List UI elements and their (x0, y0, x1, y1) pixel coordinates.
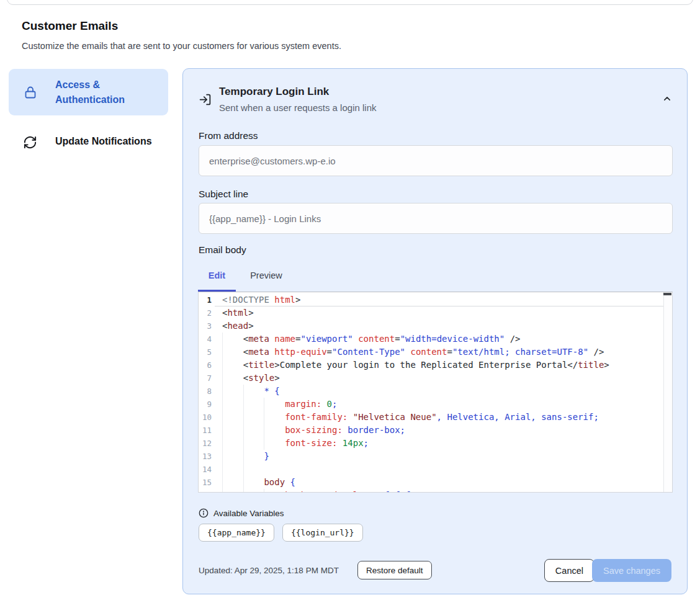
chevron-up-icon (661, 92, 673, 105)
line-number: 2 (199, 306, 215, 320)
code-line[interactable]: 15 body { (199, 476, 663, 489)
line-number: 1 (199, 293, 215, 306)
code-line[interactable]: 6 <title>Complete your login to the Repl… (199, 359, 663, 372)
updated-timestamp: Updated: Apr 29, 2025, 1:18 PM MDT (199, 559, 339, 581)
tab-edit[interactable]: Edit (198, 270, 236, 280)
available-variables: Available Variables (199, 508, 284, 518)
code-line-text: font-size: 14px; (215, 437, 663, 450)
panel-title: Temporary Login Link (219, 86, 329, 98)
line-number: 3 (199, 320, 215, 333)
sidebar-item-label: Access & Authentication (55, 78, 161, 107)
code-line[interactable]: 14 (199, 463, 663, 476)
editor-scrollbar-track[interactable] (663, 292, 672, 492)
subject-line-label: Subject line (199, 189, 248, 200)
code-line-text: <!DOCTYPE html> (215, 293, 663, 306)
code-line-text: <meta http-equiv="Content-Type" content=… (215, 346, 663, 359)
code-line[interactable]: 13 } (199, 450, 663, 463)
from-address-label: From address (199, 130, 258, 141)
customer-emails-page: Customer Emails Customize the emails tha… (0, 0, 700, 608)
line-number: 8 (199, 385, 215, 398)
temporary-login-link-panel: Temporary Login Link Sent when a user re… (182, 68, 688, 594)
code-line[interactable]: 10 font-family: "Helvetica Neue", Helvet… (199, 411, 663, 424)
from-address-input[interactable] (199, 145, 673, 176)
variable-chip-login-url[interactable]: {{login_url}} (282, 524, 363, 542)
line-number: 4 (199, 333, 215, 346)
line-number: 7 (199, 372, 215, 385)
code-line-text: margin: 0; (215, 398, 663, 411)
code-line-text: box-sizing: border-box; (215, 424, 663, 437)
email-body-code-editor[interactable]: 1<!DOCTYPE html>2<html>3<head>4 <meta na… (198, 292, 673, 493)
variable-chips: {{app_name}} {{login_url}} (199, 524, 363, 542)
code-line[interactable]: 5 <meta http-equiv="Content-Type" conten… (199, 346, 663, 359)
code-line[interactable]: 11 box-sizing: border-box; (199, 424, 663, 437)
editor-scrollbar-thumb[interactable] (663, 293, 671, 295)
code-line-text: <meta name="viewport" content="width=dev… (215, 333, 663, 346)
code-lines: 1<!DOCTYPE html>2<html>3<head>4 <meta na… (199, 292, 663, 493)
sidebar-item-access-authentication[interactable]: Access & Authentication (9, 69, 168, 115)
refresh-icon (23, 135, 37, 150)
collapse-panel-button[interactable] (661, 92, 673, 105)
line-number: 10 (199, 411, 215, 424)
info-icon (199, 508, 209, 518)
line-number: 11 (199, 424, 215, 437)
line-number: 6 (199, 359, 215, 372)
page-title: Customer Emails (22, 19, 118, 33)
sidebar-item-label: Update Notifications (55, 136, 152, 147)
line-number: 12 (199, 437, 215, 450)
code-line[interactable]: 3<head> (199, 320, 663, 333)
line-number: 13 (199, 450, 215, 463)
code-line[interactable]: 7 <style> (199, 372, 663, 385)
code-line-text: <html> (215, 306, 663, 320)
code-line-text: font-family: "Helvetica Neue", Helvetica… (215, 411, 663, 424)
log-in-icon (199, 93, 212, 106)
line-number: 9 (199, 398, 215, 411)
save-changes-button[interactable]: Save changes (592, 559, 671, 582)
code-line-text: <head> (215, 320, 663, 333)
code-line[interactable]: 12 font-size: 14px; (199, 437, 663, 450)
available-variables-label: Available Variables (213, 509, 284, 518)
code-line-text: body { (215, 476, 663, 489)
subject-line-input[interactable] (199, 203, 673, 234)
code-line[interactable]: 2<html> (199, 306, 663, 320)
code-line-text (215, 463, 663, 476)
code-line[interactable]: 1<!DOCTYPE html> (199, 293, 663, 306)
email-body-label: Email body (199, 244, 246, 256)
code-line[interactable]: 8 * { (199, 385, 663, 398)
line-number: 16 (199, 489, 215, 493)
line-number: 15 (199, 476, 215, 489)
panel-subtitle: Sent when a user requests a login link (219, 102, 376, 113)
variable-chip-app-name[interactable]: {{app_name}} (199, 524, 274, 542)
cancel-button[interactable]: Cancel (544, 559, 595, 582)
page-subtitle: Customize the emails that are sent to yo… (22, 41, 341, 51)
code-line[interactable]: 16 background-color: #f8f9fa; (199, 489, 663, 493)
line-number: 14 (199, 463, 215, 476)
code-line-text: } (215, 450, 663, 463)
code-line[interactable]: 4 <meta name="viewport" content="width=d… (199, 333, 663, 346)
sidebar-item-update-notifications[interactable]: Update Notifications (9, 127, 168, 157)
tab-preview[interactable]: Preview (242, 270, 290, 280)
previous-card-edge (7, 0, 693, 5)
code-line-text: <style> (215, 372, 663, 385)
code-line[interactable]: 9 margin: 0; (199, 398, 663, 411)
code-line-text: * { (215, 385, 663, 398)
restore-default-button[interactable]: Restore default (357, 561, 432, 579)
lock-icon (23, 85, 38, 100)
code-line-text: <title>Complete your login to the Replic… (215, 359, 663, 372)
code-line-text: background-color: #f8f9fa; (215, 489, 663, 493)
line-number: 5 (199, 346, 215, 359)
